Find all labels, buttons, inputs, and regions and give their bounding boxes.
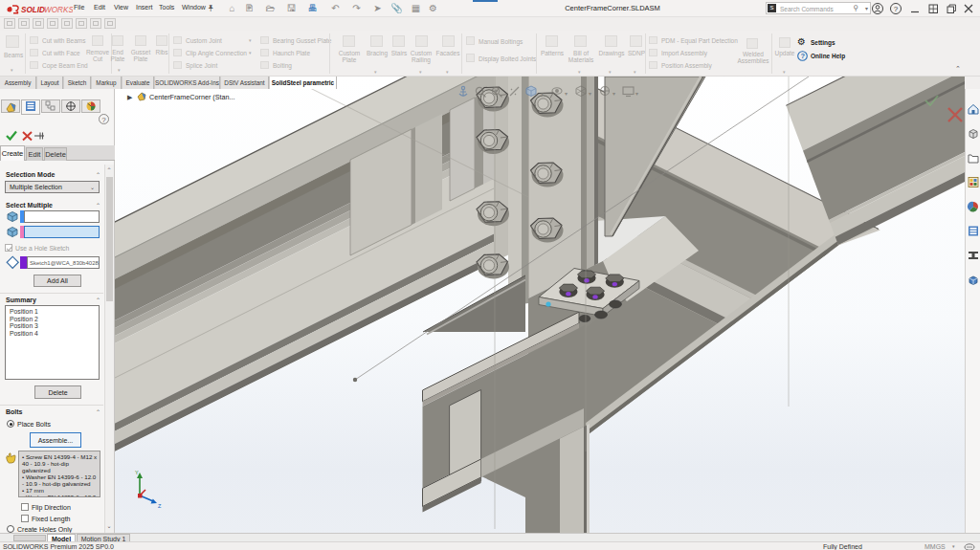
svg-text:CenterFrameCorner (Stan...: CenterFrameCorner (Stan... — [149, 93, 234, 101]
svg-text:Y: Y — [135, 470, 139, 475]
svg-text:▾: ▾ — [565, 91, 568, 97]
svg-text:?: ? — [800, 52, 805, 60]
svg-text:▾: ▾ — [589, 91, 591, 97]
svg-text:▾: ▾ — [635, 91, 638, 97]
svg-text:▶: ▶ — [127, 94, 133, 100]
svg-text:?: ? — [894, 5, 899, 13]
svg-text:▾: ▾ — [541, 91, 544, 97]
svg-text:▾: ▾ — [612, 91, 615, 97]
svg-text:SOLID: SOLID — [21, 6, 45, 14]
svg-text:WORKS: WORKS — [44, 6, 73, 14]
